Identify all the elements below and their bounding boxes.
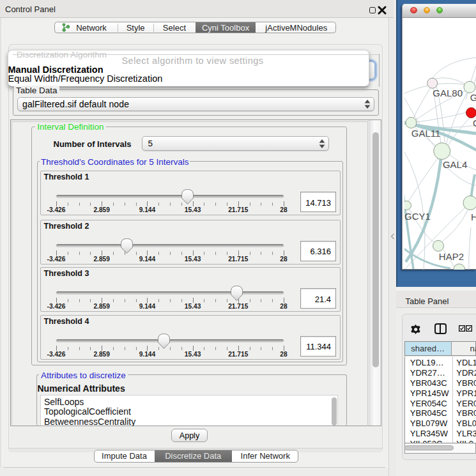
svg-text:GAL4: GAL4 — [443, 158, 467, 169]
svg-text:C: C — [473, 118, 476, 128]
svg-text:H: H — [471, 211, 476, 222]
svg-text:GAL80: GAL80 — [433, 87, 463, 98]
svg-text:GA: GA — [470, 91, 476, 102]
svg-text:GAL11: GAL11 — [411, 127, 441, 138]
svg-text:GCY1: GCY1 — [404, 211, 431, 222]
svg-text:HAP2: HAP2 — [439, 251, 464, 262]
